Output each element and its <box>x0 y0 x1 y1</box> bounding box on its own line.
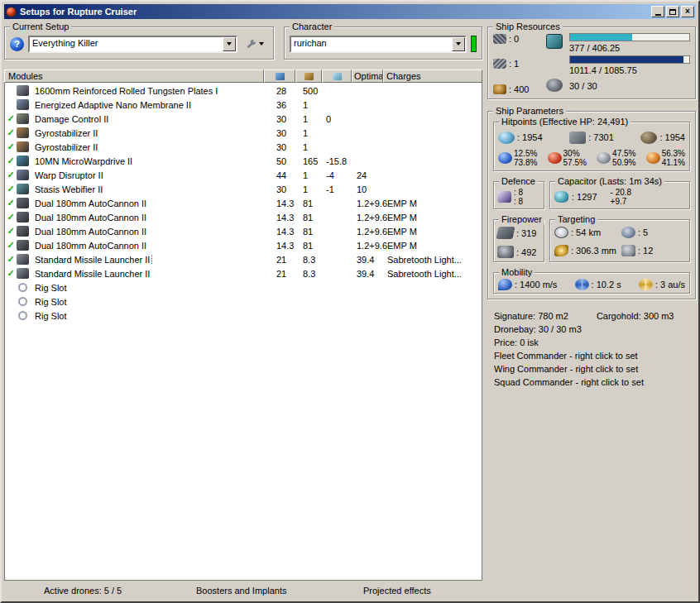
module-row[interactable]: Rig Slot <box>5 309 482 323</box>
module-powergrid: 81 <box>296 213 323 223</box>
module-row[interactable]: ✓Standard Missile Launcher II218.339.4Sa… <box>5 252 482 266</box>
module-row[interactable]: ✓Dual 180mm AutoCannon II14.3811.2+9.6EM… <box>5 224 482 238</box>
powergrid-usage-text: 1011.4 / 1085.75 <box>569 65 690 76</box>
firepower-label: Firepower <box>499 214 544 224</box>
setup-tools-button[interactable] <box>242 36 268 53</box>
module-charges: EMP M <box>384 199 482 208</box>
setup-combobox-value: Everything Killer <box>30 37 223 51</box>
module-row[interactable]: Rig Slot <box>5 294 482 309</box>
module-optimal: 1.2+9.6 <box>352 199 384 208</box>
module-cpu: 30 <box>265 128 296 138</box>
optimal-column-header[interactable]: Optimal <box>352 69 383 83</box>
kinetic-shield-resist: 47.5% <box>612 149 635 158</box>
module-row[interactable]: ✓Gyrostabilizer II301 <box>5 126 482 140</box>
module-icon <box>17 254 29 265</box>
active-drones-label[interactable]: Active drones: 5 / 5 <box>44 586 122 596</box>
hitpoints-group: Hitpoints (Effective HP: 24,491) : 1954 … <box>493 122 690 171</box>
cpu-chip-icon <box>546 34 563 49</box>
module-cpu: 36 <box>265 100 296 110</box>
projected-effects-label[interactable]: Projected effects <box>363 586 431 596</box>
capacitor-group: Capacitor (Lasts: 1m 34s) : 1297 - 20.8+… <box>549 181 690 209</box>
setup-combobox[interactable]: Everything Killer <box>28 36 237 53</box>
module-row[interactable]: ✓10MN MicroWarpdrive II50165-15.8 <box>5 154 482 168</box>
module-row[interactable]: ✓Stasis Webifier II301-110 <box>5 182 482 196</box>
capacitor-peak-recharge: +9.7 <box>611 197 632 206</box>
hardpoints-column: : 0 : 1 : 400 <box>493 32 539 95</box>
module-name: Standard Missile Launcher II <box>33 269 151 279</box>
thermal-resist-icon <box>646 152 660 164</box>
module-row[interactable]: ✓Dual 180mm AutoCannon II14.3811.2+9.6EM… <box>5 210 482 224</box>
module-name-cell: Dual 180mm AutoCannon II <box>33 213 265 223</box>
fitted-check-icon: ✓ <box>5 198 17 208</box>
kinetic-resist-icon <box>597 152 611 164</box>
module-cpu: 21 <box>265 269 296 279</box>
module-row[interactable]: ✓Damage Control II3010 <box>5 112 482 126</box>
module-row[interactable]: ✓Gyrostabilizer II301 <box>5 140 482 154</box>
warp-speed-value: : 3 au/s <box>655 280 685 290</box>
cpu-column-header[interactable] <box>264 69 295 83</box>
module-name-cell: Dual 180mm AutoCannon II <box>33 227 265 237</box>
module-row[interactable]: ✓Standard Missile Launcher II218.339.4Sa… <box>5 266 482 280</box>
module-name-cell: Gyrostabilizer II <box>33 128 265 138</box>
powergrid-icon <box>304 73 314 80</box>
fleet-commander-text[interactable]: Fleet Commander - right click to set <box>494 349 696 362</box>
drone-bandwidth-text: 30 / 30 <box>569 81 690 92</box>
scan-resolution-value: : 306.3 mm <box>571 246 616 256</box>
titlebar[interactable]: Setups for Rupture Cruiser × <box>4 4 696 19</box>
module-icon <box>17 226 29 237</box>
module-name-cell: Stasis Webifier II <box>33 184 265 194</box>
module-cpu: 14.3 <box>265 199 296 208</box>
setup-combobox-dropdown-button[interactable] <box>223 37 236 51</box>
character-combobox[interactable]: rurichan <box>290 36 467 53</box>
module-icon <box>18 311 27 320</box>
cpu-usage-text: 377 / 406.25 <box>569 43 690 54</box>
minimize-button[interactable] <box>651 6 664 17</box>
modules-table-body[interactable]: 1600mm Reinforced Rolled Tungsten Plates… <box>4 83 482 581</box>
close-button[interactable]: × <box>681 6 694 17</box>
kinetic-armor-resist: 50.9% <box>612 158 635 167</box>
resource-icons-column <box>539 32 569 95</box>
module-cpu: 14.3 <box>265 241 296 251</box>
capacitor-column-header[interactable] <box>322 69 352 83</box>
squad-commander-text[interactable]: Squad Commander - right click to set <box>494 376 696 389</box>
dronebay-text: Dronebay: 30 / 30 m3 <box>494 323 696 336</box>
module-row[interactable]: ✓Warp Disruptor II441-424 <box>5 168 482 182</box>
module-name: Rig Slot <box>33 297 69 307</box>
explosive-resist-icon <box>548 152 562 164</box>
targeting-group: Targeting : 54 km : 5 : 306.3 mm : 12 <box>549 219 690 262</box>
module-name-cell: Dual 180mm AutoCannon II <box>33 241 265 251</box>
module-optimal: 10 <box>352 184 384 194</box>
capacitor-amount: : 1297 <box>572 192 597 202</box>
charges-column-header[interactable]: Charges <box>383 69 482 83</box>
ship-parameters-label: Ship Parameters <box>493 106 566 116</box>
app-window: Setups for Rupture Cruiser × Current Set… <box>0 0 700 603</box>
character-combobox-dropdown-button[interactable] <box>452 37 465 51</box>
module-optimal: 39.4 <box>352 255 384 265</box>
module-cpu: 30 <box>265 114 296 124</box>
module-row[interactable]: ✓Dual 180mm AutoCannon II14.3811.2+9.6EM… <box>5 196 482 210</box>
module-row[interactable]: 1600mm Reinforced Rolled Tungsten Plates… <box>5 84 482 98</box>
module-cpu: 14.3 <box>265 213 296 223</box>
wing-commander-text[interactable]: Wing Commander - right click to set <box>494 362 696 376</box>
module-powergrid: 8.3 <box>296 269 323 279</box>
max-targets-icon <box>621 227 635 238</box>
calibration-icon <box>493 84 506 94</box>
module-row[interactable]: Energized Adaptive Nano Membrane II361 <box>5 98 482 112</box>
module-name: Warp Disruptor II <box>33 170 105 180</box>
module-optimal: 1.2+9.6 <box>352 213 384 223</box>
modules-column-header[interactable]: Modules <box>4 69 264 83</box>
maximize-button[interactable] <box>666 6 679 17</box>
boosters-implants-label[interactable]: Boosters and Implants <box>196 586 286 596</box>
module-row[interactable]: ✓Dual 180mm AutoCannon II14.3811.2+9.6EM… <box>5 238 482 252</box>
module-row[interactable]: Rig Slot <box>5 280 482 294</box>
fitted-check-icon: ✓ <box>5 226 17 237</box>
powergrid-column-header[interactable] <box>295 69 322 83</box>
module-powergrid: 81 <box>296 227 323 237</box>
help-icon[interactable]: ? <box>10 37 24 51</box>
top-row: Current Setup ? Everything Killer <box>4 26 482 60</box>
turret-volley-icon <box>496 227 515 239</box>
module-name-cell: Rig Slot <box>33 297 265 307</box>
module-name: Standard Missile Launcher II <box>33 255 151 265</box>
module-cpu: 28 <box>265 86 296 96</box>
character-skill-indicator <box>471 36 477 52</box>
